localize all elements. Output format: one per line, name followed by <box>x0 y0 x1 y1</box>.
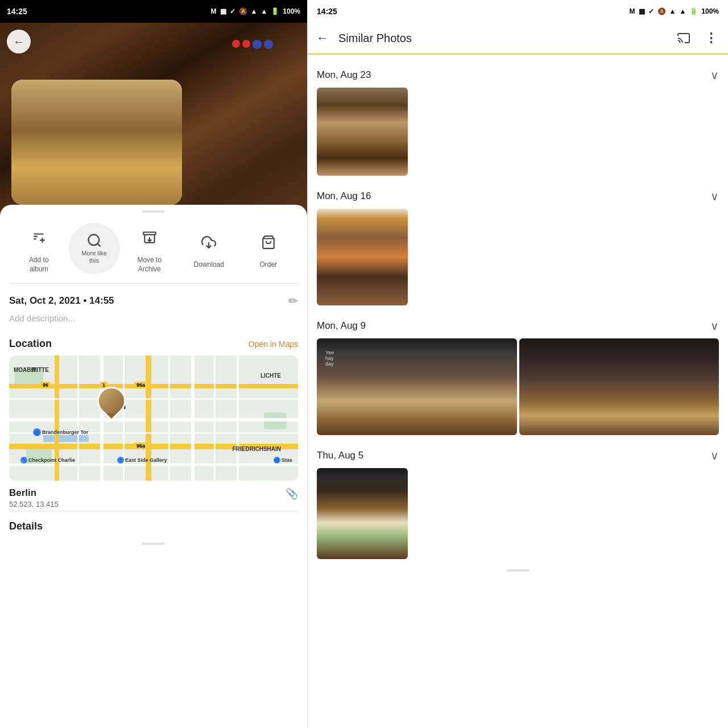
food-photo <box>0 23 307 216</box>
similar-photos-header: ← Similar Photos ⋮ <box>308 23 728 55</box>
archive-icon <box>135 223 164 253</box>
poi-stas: 🔵 Stas <box>274 457 292 464</box>
edit-location-icon[interactable]: 📎 <box>286 487 298 500</box>
details-title: Details <box>9 520 298 532</box>
search-icon <box>86 233 102 249</box>
mute-icon: 🔕 <box>239 7 247 15</box>
move-to-archive-label: Move toArchive <box>137 256 162 274</box>
more-dots-icon: ⋮ <box>705 31 717 46</box>
brandenburger-label: Brandenburger Tor <box>42 429 88 435</box>
location-title: Location <box>9 338 52 350</box>
check-icon-right: ✓ <box>648 7 654 15</box>
photo-bowl1[interactable]: Yeehayday <box>317 338 517 435</box>
date-group-header-aug16[interactable]: Mon, Aug 16 ∨ <box>317 185 719 209</box>
more-like-this-label: More likethis <box>81 250 107 264</box>
bowl-text: Yeehayday <box>325 350 334 367</box>
mute-icon-right: 🔕 <box>657 7 666 15</box>
food-plate <box>11 80 182 205</box>
chevron-aug23: ∨ <box>710 68 719 82</box>
svg-rect-13 <box>100 355 104 481</box>
poi-checkpoint-charlie: 🐾 Checkpoint Charlie <box>20 457 75 464</box>
photo-bowl2[interactable] <box>519 338 719 435</box>
map-background: MITTE MOABIT Berlin LICHTE FRIEDRICHSHAI… <box>9 355 298 481</box>
back-button-right[interactable]: ← <box>310 26 335 51</box>
bottom-bar <box>142 543 165 545</box>
description-placeholder-text: Add description... <box>9 313 75 323</box>
photo-area: ← <box>0 23 307 216</box>
date-label-aug9: Mon, Aug 9 <box>317 320 366 332</box>
storage-icon-right: ▦ <box>639 7 645 15</box>
date-group-aug23: Mon, Aug 23 ∨ <box>308 59 728 180</box>
similar-photos-title: Similar Photos <box>335 32 671 45</box>
status-icons-left: M ▦ ✓ 🔕 ▲ ▲ 🔋 100% <box>211 7 300 15</box>
order-label: Order <box>259 260 277 270</box>
chevron-aug5: ∨ <box>710 449 719 462</box>
status-bar-right: 14:25 M ▦ ✓ 🔕 ▲ ▲ 🔋 100% <box>308 0 728 23</box>
cast-button[interactable] <box>671 26 696 51</box>
photo-rice-bowl[interactable] <box>317 468 408 559</box>
cast-icon <box>677 31 690 45</box>
svg-line-3 <box>97 243 100 246</box>
chevron-aug16: ∨ <box>710 189 719 203</box>
blue-berry-2 <box>264 40 273 49</box>
edit-date-icon[interactable]: ✏ <box>288 294 298 308</box>
actions-row: Add toalbum More likethis <box>0 217 307 283</box>
photo-grid-aug23 <box>317 88 719 176</box>
more-button[interactable]: ⋮ <box>698 26 723 51</box>
location-info: Berlin 52.523, 13.415 <box>9 487 59 508</box>
mail-icon: M <box>211 7 217 15</box>
chevron-aug9: ∨ <box>710 319 719 333</box>
add-to-album-action[interactable]: Add toalbum <box>9 223 69 274</box>
order-action[interactable]: Order <box>239 228 299 270</box>
similar-photos-list[interactable]: Mon, Aug 23 ∨ Mon, Aug 16 ∨ <box>308 55 728 728</box>
plate-food <box>11 80 182 205</box>
description-input[interactable]: Add description... <box>0 311 307 333</box>
map-label-friedrichshain: FRIEDRICHSHAIN <box>232 446 281 452</box>
bottom-bar-right <box>507 569 530 572</box>
photo-tart[interactable] <box>317 209 408 305</box>
stas-label: Stas <box>282 457 292 463</box>
signal-icon-right: ▲ <box>679 7 686 15</box>
svg-point-2 <box>88 234 99 245</box>
map-container[interactable]: MITTE MOABIT Berlin LICHTE FRIEDRICHSHAI… <box>9 355 298 481</box>
svg-rect-15 <box>191 355 195 481</box>
open-in-maps-button[interactable]: Open in Maps <box>249 340 298 349</box>
header-action-icons: ⋮ <box>671 26 723 51</box>
time-right: 14:25 <box>317 7 337 16</box>
pin-photo <box>92 381 132 421</box>
svg-rect-4 <box>143 233 156 235</box>
date-group-header-aug9[interactable]: Mon, Aug 9 ∨ <box>317 315 719 338</box>
signal-icon: ▲ <box>260 7 267 15</box>
bottom-sheet: Add toalbum More likethis <box>0 205 307 728</box>
map-photo-pin[interactable] <box>97 387 126 415</box>
rice-bowl-image <box>317 468 408 559</box>
date-group-header-aug23[interactable]: Mon, Aug 23 ∨ <box>317 64 719 88</box>
more-like-this-action[interactable]: More likethis <box>69 223 120 274</box>
move-to-archive-action[interactable]: Move toArchive <box>120 223 180 274</box>
add-to-album-label: Add toalbum <box>29 256 49 274</box>
east-side-label: East Side Gallery <box>125 457 167 463</box>
back-button-left[interactable]: ← <box>7 30 31 53</box>
back-arrow-icon: ← <box>13 35 24 48</box>
details-section: Details <box>0 511 307 537</box>
svg-rect-19 <box>77 355 79 481</box>
download-label: Download <box>194 260 224 270</box>
map-label-moabit: MOABIT <box>14 367 36 373</box>
photo-grid-aug5 <box>317 468 719 559</box>
download-action[interactable]: Download <box>179 228 239 270</box>
svg-rect-9 <box>9 418 298 421</box>
location-detail: Berlin 52.523, 13.415 📎 <box>0 481 307 511</box>
checkpoint-charlie-label: Checkpoint Charlie <box>28 457 75 463</box>
photo-grid-aug9: Yeehayday <box>317 338 719 435</box>
photo-cake[interactable] <box>317 88 408 176</box>
storage-icon: ▦ <box>220 7 226 15</box>
add-to-album-icon <box>24 223 53 253</box>
battery-percent-left: 100% <box>283 7 300 15</box>
photo-grid-aug16 <box>317 209 719 305</box>
date-group-header-aug5[interactable]: Thu, Aug 5 ∨ <box>317 444 719 468</box>
map-label-lichte: LICHTE <box>260 373 281 379</box>
date-label-aug16: Mon, Aug 16 <box>317 191 371 202</box>
cake-image <box>317 88 408 176</box>
battery-icon-right: 🔋 <box>689 7 698 15</box>
poi-east-side: 👤 East Side Gallery <box>117 457 167 464</box>
